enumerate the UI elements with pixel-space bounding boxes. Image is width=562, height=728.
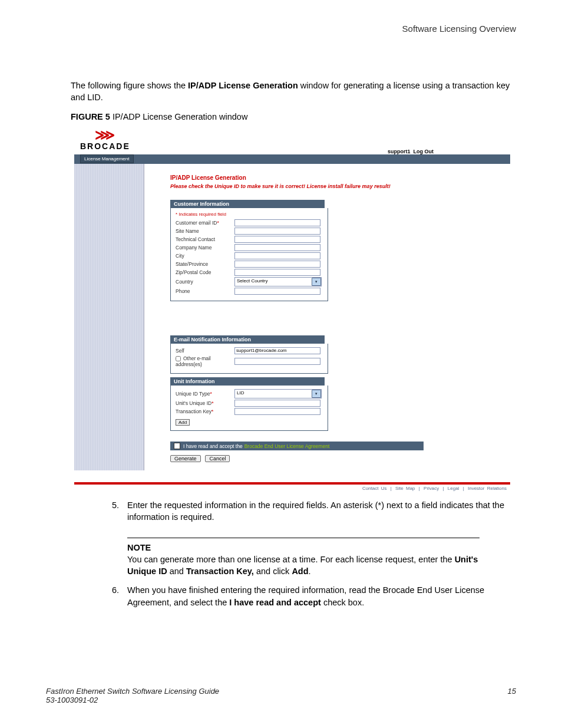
country-select[interactable]: Select Country ▾ [234, 277, 322, 286]
phone-field[interactable] [234, 288, 320, 295]
agreement-checkbox[interactable] [174, 443, 180, 449]
footer-link[interactable]: Contact Us [362, 486, 387, 491]
brocade-logo-icon: ⋙ [80, 130, 130, 140]
footer-link[interactable]: Legal [448, 486, 459, 491]
step-5: 5. Enter the requested information in th… [107, 499, 516, 523]
footer-link[interactable]: Privacy [424, 486, 439, 491]
generate-button[interactable]: Generate [170, 455, 201, 462]
sidebar [74, 164, 144, 470]
chevron-down-icon: ▾ [312, 390, 321, 398]
user-session: support1 Log Out [388, 149, 504, 154]
cancel-button[interactable]: Cancel [205, 455, 230, 462]
zip-field[interactable] [234, 269, 320, 276]
intro-paragraph: The following figure shows the IP/ADP Li… [71, 80, 516, 104]
state-field[interactable] [234, 261, 320, 268]
add-button[interactable]: Add [176, 419, 190, 426]
page-number: 15 [508, 687, 516, 704]
license-warning: Please check the Unique ID to make sure … [170, 183, 498, 189]
footer-links: Contact Us | Site Map | Privacy | Legal … [74, 485, 510, 492]
logout-link[interactable]: Log Out [414, 149, 434, 154]
required-note: * Indicates required field [176, 212, 323, 217]
nav-tab-license-management[interactable]: License Management [80, 154, 134, 163]
email-notif-header: E-mail Notification Information [170, 335, 325, 344]
eula-link[interactable]: Brocade End User License Agreement [244, 443, 330, 449]
customer-info-form: * Indicates required field Customer emai… [170, 208, 328, 301]
note-block: NOTE You can generate more than one lice… [127, 538, 516, 578]
customer-email-field[interactable] [234, 219, 320, 226]
company-name-field[interactable] [234, 244, 320, 251]
unit-info-header: Unit Information [170, 377, 325, 386]
license-title: IP/ADP License Generation [170, 174, 498, 181]
page-section-header: Software Licensing Overview [46, 24, 516, 34]
figure-caption: FIGURE 5 IP/ADP License Generation windo… [71, 111, 516, 123]
other-email-field[interactable] [234, 358, 320, 365]
footer-link[interactable]: Investor Relations [468, 486, 507, 491]
agreement-bar: I have read and accept the Brocade End U… [170, 442, 424, 450]
self-email-field[interactable] [234, 347, 320, 354]
email-notif-form: Self Other e-mail address(es) [170, 344, 328, 374]
customer-info-header: Customer Information [170, 200, 325, 208]
license-generation-window: ⋙ BROCADE support1 Log Out License Manag… [74, 130, 510, 492]
step-6: 6. When you have finished entering the r… [107, 584, 516, 608]
transaction-key-field[interactable] [234, 408, 320, 415]
unit-info-form: Unique ID Type* LID ▾ Unit's Unique ID* … [170, 386, 328, 431]
brocade-logo: ⋙ BROCADE [80, 130, 130, 154]
nav-bar: License Management [74, 154, 510, 164]
city-field[interactable] [234, 252, 320, 259]
footer-link[interactable]: Site Map [395, 486, 415, 491]
site-name-field[interactable] [234, 228, 320, 235]
unique-id-field[interactable] [234, 400, 320, 407]
other-email-checkbox[interactable] [176, 356, 181, 361]
page-footer: FastIron Ethernet Switch Software Licens… [46, 687, 516, 704]
technical-contact-field[interactable] [234, 236, 320, 243]
unique-id-type-select[interactable]: LID ▾ [234, 389, 322, 398]
chevron-down-icon: ▾ [312, 278, 321, 286]
